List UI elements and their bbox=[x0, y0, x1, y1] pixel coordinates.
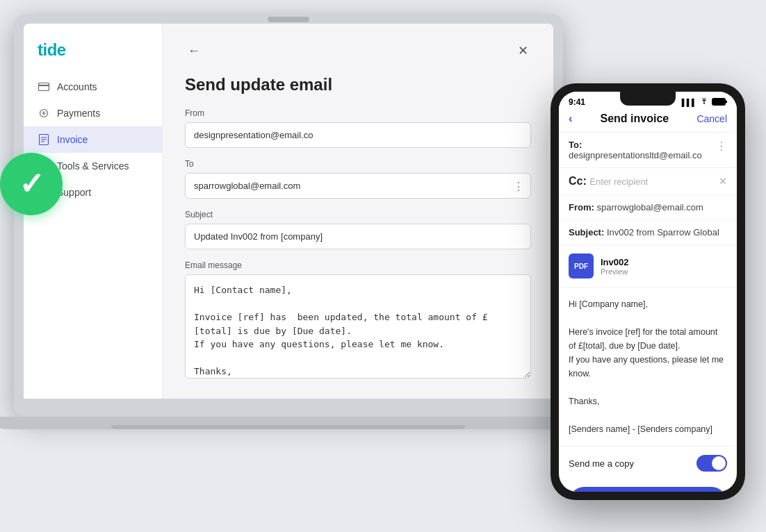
phone-send-button[interactable]: Send bbox=[569, 487, 727, 492]
status-icons: ▌▌▌ bbox=[682, 98, 727, 107]
phone-send-copy-toggle[interactable] bbox=[696, 455, 727, 472]
more-options-icon[interactable] bbox=[513, 179, 524, 192]
phone-to-dots-icon[interactable]: ⋮ bbox=[716, 140, 727, 153]
sidebar-label-tools: Tools & Services bbox=[57, 160, 129, 172]
card-icon bbox=[38, 81, 50, 93]
sidebar-item-accounts[interactable]: Accounts bbox=[24, 74, 162, 100]
close-button[interactable]: ✕ bbox=[515, 40, 531, 61]
success-check-circle: ✓ bbox=[0, 153, 63, 215]
toggle-knob bbox=[712, 456, 726, 470]
phone-screen: 9:41 ▌▌▌ bbox=[559, 92, 737, 492]
phone-cancel-button[interactable]: Cancel bbox=[696, 113, 727, 124]
phone-back-icon[interactable]: ‹ bbox=[569, 113, 572, 125]
phone-to-label: To: bbox=[569, 140, 582, 150]
laptop-screen: tide Accounts Payments bbox=[24, 24, 553, 399]
from-label: From bbox=[185, 108, 531, 118]
phone-to-content: To: designpresentationsltd@email.co bbox=[569, 140, 716, 160]
check-icon: ✓ bbox=[19, 169, 44, 199]
subject-input[interactable] bbox=[185, 224, 531, 249]
subject-group: Subject bbox=[185, 210, 531, 249]
from-input[interactable] bbox=[185, 122, 531, 148]
sidebar-label-accounts: Accounts bbox=[57, 81, 97, 92]
to-label: To bbox=[185, 159, 531, 169]
phone-email-body: Hi [Company name], Here's invoice [ref] … bbox=[559, 288, 737, 447]
phone-to-value: designpresentationsltd@email.co bbox=[569, 150, 702, 160]
email-textarea[interactable]: Hi [Contact name], Invoice [ref] has bee… bbox=[185, 274, 531, 379]
phone-from-label: From: bbox=[569, 202, 594, 213]
main-content: ← ✕ Send update email From To Subject bbox=[163, 24, 553, 399]
phone-subject-label: Subject: bbox=[569, 227, 604, 238]
phone-notch bbox=[620, 92, 676, 106]
laptop-notch bbox=[268, 17, 309, 22]
phone-title: Send invoice bbox=[601, 113, 669, 125]
phone-cc-placeholder[interactable]: Enter recipient bbox=[589, 176, 648, 187]
battery-icon bbox=[712, 98, 727, 107]
phone-frame: 9:41 ▌▌▌ bbox=[551, 83, 745, 500]
email-message-label: Email message bbox=[185, 260, 531, 270]
sidebar-label-payments: Payments bbox=[57, 108, 100, 119]
phone-subject-content: Subject: Inv002 from Sparrow Global bbox=[569, 227, 719, 238]
phone-from-content: From: sparrowglobal@email.com bbox=[569, 202, 703, 213]
sidebar-item-payments[interactable]: Payments bbox=[24, 100, 162, 126]
subject-label: Subject bbox=[185, 210, 531, 219]
phone-attachment-row: PDF Inv002 Preview bbox=[559, 245, 737, 288]
invoice-icon bbox=[38, 133, 50, 146]
phone-from-value: sparrowglobal@email.com bbox=[596, 202, 703, 213]
phone-email-body-text: Hi [Company name], Here's invoice [ref] … bbox=[569, 297, 727, 436]
modal-title: Send update email bbox=[185, 75, 531, 94]
svg-rect-1 bbox=[38, 85, 49, 86]
phone-header: ‹ Send invoice Cancel bbox=[559, 110, 737, 133]
phone-body: To: designpresentationsltd@email.co ⋮ Cc… bbox=[559, 133, 737, 492]
svg-rect-11 bbox=[713, 99, 724, 104]
attachment-name: Inv002 bbox=[601, 257, 628, 267]
svg-rect-10 bbox=[726, 100, 727, 103]
wifi-icon bbox=[699, 98, 709, 106]
phone-send-copy-label: Send me a copy bbox=[569, 458, 634, 469]
sidebar-item-invoice[interactable]: Invoice bbox=[24, 126, 162, 153]
pdf-icon: PDF bbox=[569, 253, 594, 279]
phone-cc-label: Cc: bbox=[569, 175, 587, 187]
phone-cc-content: Cc: Enter recipient bbox=[569, 175, 648, 188]
modal-header: ← ✕ bbox=[185, 40, 531, 61]
phone-subject-row: Subject: Inv002 from Sparrow Global bbox=[559, 220, 737, 245]
to-group: To bbox=[185, 159, 531, 199]
phone-send-copy-row: Send me a copy bbox=[559, 447, 737, 480]
status-time: 9:41 bbox=[569, 97, 585, 107]
pdf-icon-text: PDF bbox=[574, 263, 588, 270]
to-wrapper bbox=[185, 173, 531, 199]
payments-icon bbox=[38, 107, 50, 119]
tide-logo: tide bbox=[24, 35, 162, 74]
phone-to-row: To: designpresentationsltd@email.co ⋮ bbox=[559, 133, 737, 168]
attachment-info: Inv002 Preview bbox=[601, 257, 628, 276]
attachment-preview[interactable]: Preview bbox=[601, 267, 628, 276]
phone-cc-clear-icon[interactable]: ✕ bbox=[719, 176, 727, 187]
sidebar-label-invoice: Invoice bbox=[57, 134, 88, 145]
back-button[interactable]: ← bbox=[185, 41, 203, 61]
laptop-base bbox=[0, 417, 584, 429]
email-message-group: Email message Hi [Contact name], Invoice… bbox=[185, 260, 531, 381]
to-input[interactable] bbox=[185, 173, 531, 199]
signal-icon: ▌▌▌ bbox=[682, 99, 696, 106]
laptop-frame: tide Accounts Payments bbox=[14, 14, 563, 417]
svg-rect-0 bbox=[39, 83, 49, 91]
phone-cc-row: Cc: Enter recipient ✕ bbox=[559, 168, 737, 195]
phone-from-row: From: sparrowglobal@email.com bbox=[559, 195, 737, 220]
phone-subject-value: Inv002 from Sparrow Global bbox=[607, 227, 719, 238]
from-group: From bbox=[185, 108, 531, 148]
